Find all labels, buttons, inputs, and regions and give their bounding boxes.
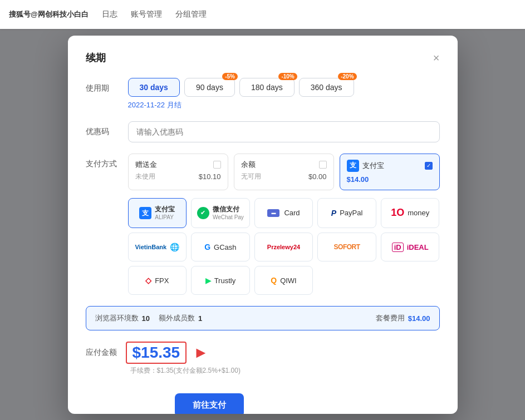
qiwi-icon: Q <box>271 276 277 285</box>
gcash-label: GCash <box>214 243 236 251</box>
top-bar: 搜狐号@网创科技小白白 日志 账号管理 分组管理 <box>0 0 525 29</box>
summary-package-fee: 套餐费用 $14.00 <box>376 313 430 323</box>
qiwi-label: QIWI <box>280 276 297 285</box>
period-btn-90[interactable]: -5% 90 days <box>184 78 235 97</box>
alipay-icon: 支 <box>139 207 151 219</box>
vietinbank-globe: 🌐 <box>170 243 179 251</box>
total-label: 应付金额 <box>86 348 119 358</box>
gcash-icon: G <box>204 243 210 251</box>
wallet-alipay-name: 支付宝 <box>362 161 384 171</box>
discount-badge-180: -10% <box>278 73 297 80</box>
period-section: 30 days -5% 90 days -10% 180 days -20% 3… <box>128 78 354 110</box>
wechat-icon: ✔ <box>197 207 209 219</box>
wallet-gift-checkbox <box>213 161 221 169</box>
paypal-label: PayPal <box>340 209 362 217</box>
discount-badge-90: -5% <box>222 73 238 80</box>
payment-grid: 支 支付宝 ALIPAY ✔ 微信支付 WeChat Pay <box>128 198 440 295</box>
card-label: Card <box>284 209 300 217</box>
wallet-balance-amount: $0.00 <box>308 172 327 181</box>
coupon-row: 优惠码 <box>86 121 440 142</box>
wallet-balance-name: 余额 <box>241 160 256 170</box>
vietinbank-icon: VietinBank <box>135 244 166 250</box>
fpx-label: FPX <box>155 276 169 285</box>
period-buttons: 30 days -5% 90 days -10% 180 days -20% 3… <box>128 78 354 97</box>
wallet-gift-name: 赠送金 <box>135 160 157 170</box>
payment-label: 支付方式 <box>86 154 119 169</box>
wallet-gift[interactable]: 赠送金 未使用 $10.10 <box>128 154 228 190</box>
brand-text: 搜狐号@网创科技小白白 <box>9 9 89 19</box>
sofort-icon: SOFORT <box>334 243 360 251</box>
browser-env-label: 浏览器环境数 <box>95 313 139 323</box>
trustly-icon: ▶ <box>205 276 211 285</box>
package-fee-label: 套餐费用 <box>376 313 405 323</box>
pay-wechat[interactable]: ✔ 微信支付 WeChat Pay <box>191 198 250 229</box>
wallet-gift-amount: $10.10 <box>199 172 221 181</box>
period-date: 2022-11-22 月结 <box>128 100 354 110</box>
coupon-label: 优惠码 <box>86 121 119 137</box>
nav-item-account[interactable]: 账号管理 <box>131 9 162 19</box>
fpx-icon: ◇ <box>145 276 151 285</box>
summary-extra-member: 额外成员数 1 <box>159 313 202 323</box>
wallet-alipay-checkbox: ✓ <box>425 162 433 170</box>
discount-badge-360: -20% <box>338 73 356 80</box>
wallet-alipay[interactable]: 支 支付宝 ✓ $14.00 <box>340 154 440 190</box>
pay-vietinbank[interactable]: VietinBank 🌐 <box>128 233 187 261</box>
wallet-balance-checkbox <box>319 161 327 169</box>
pay-card[interactable]: ▬ Card <box>254 198 313 229</box>
wallet-alipay-amount: $14.00 <box>347 175 369 184</box>
card-icon: ▬ <box>267 209 279 217</box>
przelewy-icon: Przelewy24 <box>267 244 300 250</box>
pay-alipay[interactable]: 支 支付宝 ALIPAY <box>128 198 187 229</box>
period-row: 使用期 30 days -5% 90 days -10% 180 days -2… <box>86 78 440 110</box>
pay-trustly[interactable]: ▶ Trustly <box>191 266 250 295</box>
extra-member-value: 1 <box>198 314 202 323</box>
period-btn-30[interactable]: 30 days <box>128 78 180 97</box>
ideal-label: iDEAL <box>407 243 429 251</box>
alipay-wallet-icon: 支 <box>347 160 359 172</box>
nav-item-log[interactable]: 日志 <box>102 9 117 19</box>
pay-ideal[interactable]: iD iDEAL <box>381 233 440 261</box>
total-amount: $15.35 <box>126 342 187 364</box>
payment-row: 支付方式 赠送金 未使用 $10.10 <box>86 154 440 295</box>
ideal-logo-icon: iD <box>392 243 404 252</box>
money-logo-icon: 1O <box>391 207 404 219</box>
package-fee-value: $14.00 <box>408 314 430 323</box>
trustly-label: Trustly <box>214 276 236 285</box>
fee-note: 手续费：$1.35(支付金额2.5%+$1.00) <box>130 366 440 375</box>
wallet-cards: 赠送金 未使用 $10.10 余额 <box>128 154 440 190</box>
modal-header: 续期 × <box>86 51 440 65</box>
money-label: money <box>408 209 429 217</box>
modal-overlay: 续期 × 使用期 30 days -5% 90 days -10% 180 da… <box>0 0 525 420</box>
payment-section: 赠送金 未使用 $10.10 余额 <box>128 154 440 295</box>
modal-dialog: 续期 × 使用期 30 days -5% 90 days -10% 180 da… <box>68 36 458 414</box>
extra-member-label: 额外成员数 <box>159 313 195 323</box>
nav-item-group[interactable]: 分组管理 <box>175 9 207 19</box>
pay-gcash[interactable]: G GCash <box>191 233 250 261</box>
browser-env-value: 10 <box>142 314 150 323</box>
period-btn-180[interactable]: -10% 180 days <box>239 78 295 97</box>
period-label: 使用期 <box>86 78 119 93</box>
submit-button[interactable]: 前往支付 <box>175 393 244 413</box>
pay-paypal[interactable]: P PayPal <box>317 198 376 229</box>
pay-money[interactable]: 1O money <box>381 198 440 229</box>
top-nav: 日志 账号管理 分组管理 <box>102 9 207 19</box>
paypal-icon: P <box>331 209 336 217</box>
close-button[interactable]: × <box>433 52 440 63</box>
pay-fpx[interactable]: ◇ FPX <box>128 266 187 295</box>
period-btn-360[interactable]: -20% 360 days <box>299 78 354 97</box>
wallet-gift-status: 未使用 <box>135 172 155 181</box>
summary-browser-env: 浏览器环境数 10 <box>95 313 150 323</box>
summary-bar: 浏览器环境数 10 额外成员数 1 套餐费用 $14.00 <box>86 306 440 330</box>
pay-qiwi[interactable]: Q QIWI <box>254 266 313 295</box>
wallet-balance-status: 无可用 <box>241 172 261 181</box>
pay-przelewy[interactable]: Przelewy24 <box>254 233 313 261</box>
wallet-balance[interactable]: 余额 无可用 $0.00 <box>234 154 334 190</box>
coupon-input[interactable] <box>128 121 440 142</box>
arrow-indicator: ◄ <box>193 344 209 362</box>
pay-sofort[interactable]: SOFORT <box>317 233 376 261</box>
modal-title: 续期 <box>86 51 106 65</box>
